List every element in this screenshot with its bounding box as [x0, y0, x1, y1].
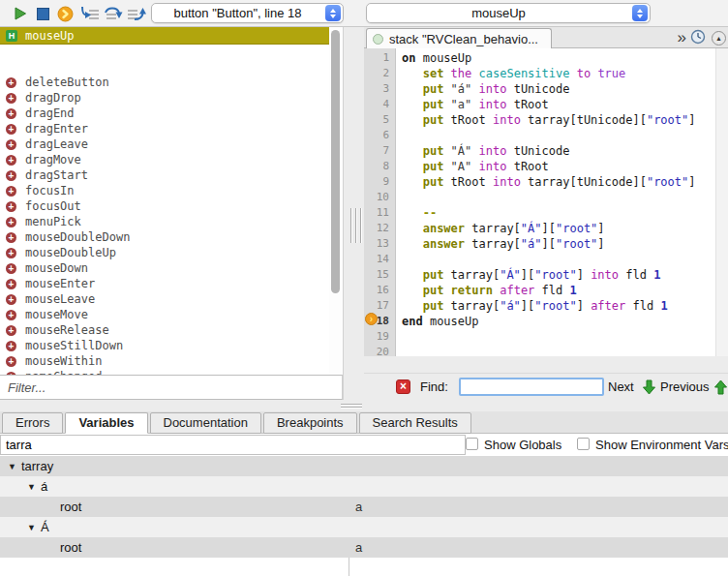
script-code-area[interactable]: 1234567891011121314151617181920 on mouse… [364, 48, 728, 356]
line-number[interactable]: 12 [364, 221, 395, 236]
handler-list-item[interactable]: +mouseWithin [0, 353, 329, 369]
line-number[interactable]: 3 [364, 81, 395, 97]
handler-list-item[interactable]: +dragStart [0, 167, 329, 183]
line-number-gutter[interactable]: 1234567891011121314151617181920 [364, 48, 396, 356]
add-handler-icon[interactable]: + [6, 155, 16, 166]
line-number[interactable]: 7 [364, 143, 395, 159]
add-handler-icon[interactable]: + [6, 248, 16, 258]
close-find-button[interactable]: × [396, 379, 410, 394]
line-number[interactable]: 19 [364, 329, 395, 345]
history-button[interactable] [690, 29, 706, 47]
previous-up-arrow-icon[interactable] [713, 379, 728, 398]
add-handler-icon[interactable]: + [6, 139, 16, 150]
add-handler-icon[interactable]: + [6, 294, 16, 305]
line-number[interactable]: 14 [364, 252, 395, 267]
handler-list-item[interactable]: +mouseEnter [0, 276, 329, 291]
more-tabs-icon[interactable]: » [678, 28, 684, 47]
variable-row[interactable]: roota [0, 537, 728, 558]
add-handler-icon[interactable]: + [6, 124, 16, 135]
line-number[interactable]: 10 [364, 190, 395, 205]
handler-dropdown[interactable]: mouseUp [366, 3, 651, 23]
tab-variables[interactable]: Variables [65, 412, 147, 434]
run-button[interactable] [12, 5, 29, 22]
add-handler-icon[interactable]: + [6, 93, 16, 104]
handler-list-item[interactable]: +mouseMove [0, 307, 329, 322]
stack-script-tab[interactable]: stack "RVClean_behavio... [366, 28, 552, 48]
handler-list-item[interactable]: +dragEnter [0, 121, 329, 136]
selected-handler-row[interactable]: H mouseUp [0, 27, 343, 45]
add-handler-icon[interactable]: + [6, 325, 16, 336]
line-number[interactable]: 11 [364, 205, 395, 221]
line-number[interactable]: 2 [364, 66, 395, 81]
execution-point-icon[interactable]: › [365, 313, 378, 325]
continue-button[interactable] [56, 5, 74, 22]
handler-list-item[interactable]: +mouseRelease [0, 322, 329, 338]
line-number[interactable]: 6 [364, 128, 395, 143]
horizontal-splitter[interactable] [0, 400, 728, 411]
line-number[interactable]: 8 [364, 159, 395, 174]
line-number[interactable]: 9 [364, 174, 395, 190]
handler-list-item[interactable]: +focusIn [0, 183, 329, 198]
line-number[interactable]: 16 [364, 283, 395, 298]
line-number[interactable]: 20 [364, 345, 395, 356]
handler-list-item[interactable]: +menuPick [0, 214, 329, 229]
find-next-button[interactable]: Next [608, 374, 634, 401]
handler-list-item[interactable]: +mouseDown [0, 260, 329, 276]
handler-list-item[interactable]: +dragMove [0, 152, 329, 167]
add-handler-icon[interactable]: + [6, 341, 16, 351]
step-out-button[interactable] [126, 5, 147, 22]
add-handler-icon[interactable]: + [6, 279, 16, 289]
handler-list-item[interactable]: +mouseStillDown [0, 338, 329, 353]
stop-button[interactable] [34, 5, 51, 22]
handler-list-item[interactable]: +dragEnd [0, 106, 329, 121]
line-number[interactable]: 1 [364, 50, 395, 66]
add-handler-icon[interactable]: + [6, 186, 16, 197]
context-dropdown[interactable]: button "Button", line 18 [151, 3, 344, 23]
handler-list-item[interactable]: +focusOut [0, 198, 329, 214]
vertical-splitter[interactable] [343, 27, 364, 400]
add-handler-icon[interactable]: + [6, 217, 16, 227]
variables-filter-input[interactable] [0, 435, 466, 455]
add-handler-icon[interactable]: + [6, 108, 16, 119]
step-into-button[interactable] [79, 5, 101, 22]
collapse-panel-button[interactable]: ▲ [712, 31, 726, 45]
add-handler-icon[interactable]: + [6, 170, 16, 181]
line-number[interactable]: 13 [364, 236, 395, 252]
add-handler-icon[interactable]: + [6, 77, 16, 88]
tab-search-results[interactable]: Search Results [359, 412, 471, 434]
find-previous-button[interactable]: Previous [660, 374, 710, 401]
show-environment-vars-checkbox[interactable] [577, 438, 590, 450]
tab-documentation[interactable]: Documentation [150, 412, 261, 434]
line-number[interactable]: 4 [364, 97, 395, 112]
expand-arrow-icon[interactable]: ▼ [27, 523, 36, 532]
line-number[interactable]: 5 [364, 112, 395, 128]
line-number[interactable]: 15 [364, 267, 395, 283]
show-globals-checkbox[interactable] [466, 438, 478, 450]
handler-list-item[interactable]: +mouseDoubleUp [0, 245, 329, 260]
variable-row[interactable]: ▼tarray [0, 456, 728, 476]
handler-list-item[interactable]: +mouseLeave [0, 291, 329, 307]
handler-list-item[interactable]: +mouseDoubleDown [0, 229, 329, 245]
find-input[interactable] [459, 378, 604, 396]
code-scrollbar[interactable] [715, 48, 728, 356]
variable-row[interactable]: ▼á [0, 476, 728, 497]
expand-arrow-icon[interactable]: ▼ [27, 482, 36, 492]
variable-row[interactable]: roota [0, 497, 728, 517]
handler-list-scrollbar[interactable] [329, 27, 343, 375]
tab-errors[interactable]: Errors [2, 412, 63, 434]
add-handler-icon[interactable]: + [6, 232, 16, 243]
tab-breakpoints[interactable]: Breakpoints [263, 412, 357, 434]
expand-arrow-icon[interactable]: ▼ [8, 462, 16, 471]
add-handler-icon[interactable]: + [6, 310, 16, 320]
line-number[interactable]: 17 [364, 298, 395, 314]
add-handler-icon[interactable]: + [6, 263, 16, 274]
add-handler-icon[interactable]: + [6, 356, 16, 367]
add-handler-icon[interactable]: + [6, 201, 16, 212]
variable-row[interactable]: ▼Á [0, 517, 728, 537]
handler-list-item[interactable]: +deleteButton [0, 75, 329, 90]
next-down-arrow-icon[interactable] [642, 379, 656, 398]
step-over-button[interactable] [103, 5, 124, 22]
scrollbar-thumb[interactable] [331, 30, 340, 293]
handler-filter-input[interactable]: Filter... [0, 375, 343, 400]
handler-list-item[interactable]: +dragDrop [0, 90, 329, 106]
